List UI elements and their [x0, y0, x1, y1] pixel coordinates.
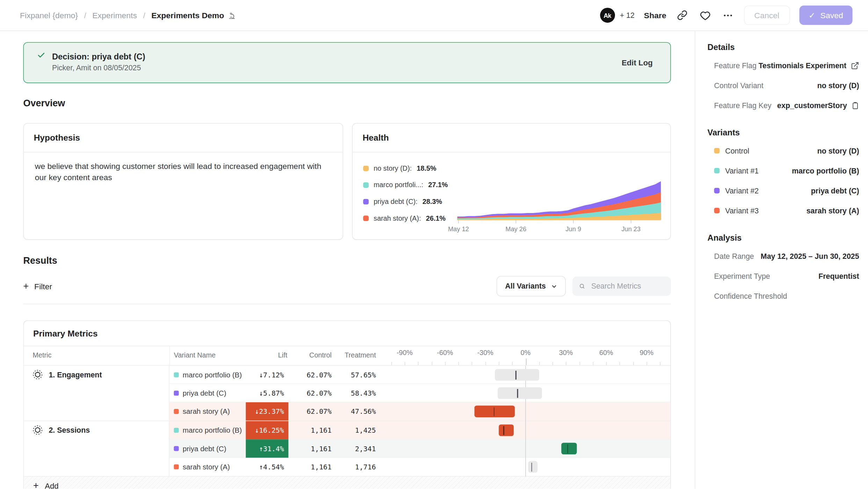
legend-value: 28.3% — [422, 198, 442, 206]
avatar[interactable]: Ak — [600, 8, 615, 23]
health-legend: no story (D):18.5%marco portfoli...:27.1… — [363, 160, 448, 227]
variants-dropdown[interactable]: All Variants — [497, 276, 566, 297]
sidebar-row-label: Control — [725, 147, 749, 155]
sidebar-row-analysis: Date RangeMay 12, 2025 – Jun 30, 2025 — [714, 250, 859, 262]
metric-target-icon — [32, 370, 43, 380]
add-metric-button[interactable]: + Add — [24, 476, 670, 489]
treatment-value: 58.43% — [334, 384, 376, 402]
confidence-interval-bar — [561, 443, 577, 454]
sidebar-row-details: Feature FlagTestimonials Experiment — [714, 60, 859, 71]
hypothesis-card: Hypothesis we believe that showing custo… — [23, 123, 343, 240]
sidebar-row-analysis: Experiment TypeFrequentist — [714, 270, 859, 282]
confidence-interval-cell — [388, 384, 671, 402]
sidebar-row-label: Feature Flag Key — [714, 101, 772, 109]
metric-cell[interactable]: 2. Sessions — [24, 421, 169, 476]
link-icon[interactable] — [676, 9, 689, 22]
breadcrumb: Fixpanel {demo}/Experiments/Experiments … — [20, 11, 236, 20]
sidebar-row-value: no story (D) — [817, 81, 859, 90]
confidence-interval-center-tick — [503, 426, 504, 434]
col-variant-name: Variant Name — [174, 351, 216, 359]
lift-axis-tick — [606, 362, 607, 365]
variant-name: priya debt (C) — [183, 439, 226, 458]
treatment-value: 2,341 — [334, 439, 376, 458]
col-metric: Metric — [32, 351, 51, 359]
cancel-button[interactable]: Cancel — [744, 6, 790, 25]
lift-axis-tick — [512, 362, 513, 365]
saved-button[interactable]: ✓ Saved — [799, 6, 853, 25]
sidebar-row-label: Control Variant — [714, 81, 764, 90]
lift-axis-tick — [405, 362, 405, 365]
confidence-interval-center-tick — [517, 389, 518, 397]
variant-color-chip — [174, 391, 179, 396]
confidence-interval-center-tick — [531, 462, 532, 471]
edit-log-button[interactable]: Edit Log — [622, 58, 653, 67]
breadcrumb-label: Experiments — [92, 11, 137, 20]
more-options-icon[interactable] — [721, 9, 735, 22]
health-x-tick-label: May 26 — [499, 226, 533, 232]
breadcrumb-item[interactable]: Experiments Demo — [151, 11, 236, 20]
confidence-interval-bar — [497, 387, 542, 399]
breadcrumb-item[interactable]: Experiments — [92, 11, 137, 20]
lift-axis-label: 90% — [630, 349, 663, 357]
hypothesis-text: we believe that showing customer stories… — [24, 153, 342, 191]
lift-axis-tick — [526, 359, 526, 365]
microscope-icon — [228, 11, 236, 20]
legend-color-chip — [363, 182, 369, 188]
lift-axis-tick — [418, 362, 419, 365]
favorite-heart-icon[interactable] — [699, 9, 712, 22]
share-button[interactable]: Share — [644, 11, 666, 20]
metric-cell[interactable]: 1. Engagement — [24, 366, 169, 421]
sidebar-row-variants: Controlno story (D) — [714, 145, 859, 156]
sidebar-row-label: Date Range — [714, 252, 754, 260]
hypothesis-card-title: Hypothesis — [24, 123, 342, 152]
legend-color-chip — [363, 166, 369, 171]
health-card-title: Health — [353, 123, 670, 152]
metric-target-icon — [32, 425, 43, 435]
primary-metrics-card: Primary Metrics Metric Variant Name Lift… — [23, 320, 671, 489]
copy-icon[interactable] — [851, 101, 859, 109]
legend-value: 27.1% — [428, 181, 448, 189]
confidence-interval-center-tick — [567, 444, 568, 453]
sidebar-row-details: Control Variantno story (D) — [714, 80, 859, 91]
decision-title: Decision: priya debt (C) — [52, 50, 145, 63]
filter-label: Filter — [34, 282, 52, 291]
control-value: 62.07% — [293, 366, 332, 384]
add-filter-button[interactable]: + Filter — [23, 282, 52, 291]
breadcrumb-item[interactable]: Fixpanel {demo} — [20, 11, 78, 20]
sidebar-row-value: priya debt (C) — [811, 186, 859, 195]
health-x-tick-label: Jun 23 — [614, 226, 648, 232]
confidence-interval-bar — [475, 406, 515, 417]
lift-value: ↓16.25% — [246, 421, 288, 439]
variant-name: marco portfolio (B) — [183, 421, 242, 439]
results-heading: Results — [23, 255, 695, 267]
variant-color-chip — [174, 446, 179, 451]
health-chart-x-axis: May 12May 26Jun 9Jun 23 — [457, 226, 661, 234]
lift-axis-tick — [391, 362, 392, 365]
lift-axis-tick — [552, 362, 553, 365]
health-chart: May 12May 26Jun 9Jun 23 — [457, 181, 661, 234]
lift-axis-label: 60% — [589, 349, 623, 357]
collaborators-count[interactable]: + 12 — [620, 11, 635, 20]
confidence-interval-bar — [528, 461, 538, 473]
variant-name: sarah story (A) — [183, 402, 230, 420]
variant-color-chip — [174, 373, 179, 377]
variant-color-chip — [714, 148, 720, 154]
sidebar-row-value: marco portfolio (B) — [792, 166, 859, 175]
external-link-icon[interactable] — [851, 61, 859, 70]
search-metrics-input[interactable] — [590, 282, 664, 291]
primary-metrics-title: Primary Metrics — [24, 321, 670, 346]
metric-name: 1. Engagement — [49, 370, 102, 380]
confidence-interval-center-tick — [515, 370, 516, 379]
lift-axis-tick — [593, 362, 593, 365]
sidebar-row-value: no story (D) — [817, 147, 859, 155]
legend-color-chip — [363, 199, 369, 205]
variant-color-chip — [714, 188, 720, 193]
sidebar-row-label: Variant #3 — [725, 206, 759, 215]
overview-heading: Overview — [23, 98, 695, 109]
decision-check-icon — [37, 51, 45, 59]
sidebar-row-value: Testimonials Experiment — [759, 61, 847, 70]
col-control: Control — [293, 351, 332, 359]
confidence-interval-bar — [495, 369, 539, 381]
sidebar-row-label: Experiment Type — [714, 272, 770, 280]
breadcrumb-separator: / — [143, 11, 145, 20]
